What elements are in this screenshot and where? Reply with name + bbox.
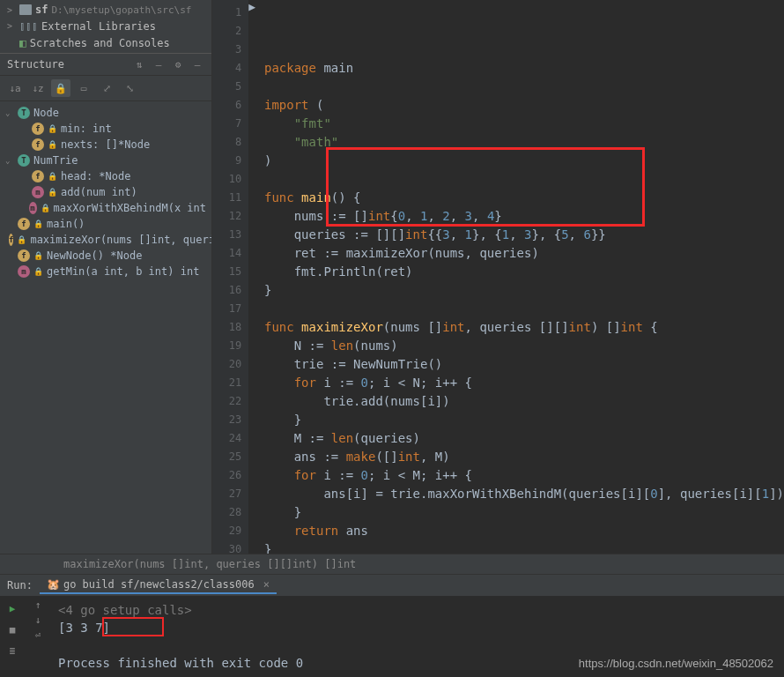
code-line[interactable]: fmt.Println(ret)	[264, 263, 784, 281]
watermark: https://blog.csdn.net/weixin_48502062	[579, 657, 773, 670]
code-line[interactable]: trie := NewNumTrie()	[264, 355, 784, 374]
hide-icon[interactable]: —	[190, 57, 204, 71]
down-icon[interactable]: ↓	[30, 614, 46, 626]
external-libs-label: External Libraries	[41, 20, 156, 33]
structure-title: Structure	[7, 58, 64, 71]
structure-item[interactable]: ⌄TNode	[0, 105, 211, 121]
code-line[interactable]: for i := 0; i < N; i++ {	[264, 374, 784, 392]
sort-alpha-icon[interactable]: ↓a	[5, 79, 25, 97]
rerun-icon[interactable]: ▶	[4, 599, 21, 617]
run-toolbar: ▶ ■ ≣	[0, 596, 26, 677]
code-line[interactable]: return ans	[264, 522, 784, 540]
project-root-path: D:\mysetup\gopath\src\sf	[51, 4, 191, 16]
structure-item[interactable]: m🔒getMin(a int, b int) int	[0, 264, 211, 279]
library-icon: ⫿⫿⫿	[19, 19, 38, 33]
collapse-icon[interactable]: —	[152, 57, 166, 71]
run-tab[interactable]: 🐹 go build sf/newclass2/class006 ×	[40, 577, 277, 594]
show-fields-icon[interactable]: 🔒	[51, 79, 70, 97]
code-line[interactable]: func maximizeXor(nums []int, queries [][…	[264, 318, 784, 337]
structure-panel: Structure ⇅ — ⚙ — ↓a ↓z 🔒 ▭ ⤢ ⤡ ⌄TNodef🔒…	[0, 53, 211, 554]
up-icon[interactable]: ↑	[30, 599, 46, 611]
external-libraries[interactable]: > ⫿⫿⫿ External Libraries	[0, 18, 211, 34]
code-line[interactable]	[264, 78, 784, 96]
sort-visibility-icon[interactable]: ↓z	[28, 79, 48, 97]
code-line[interactable]: func main() {	[264, 189, 784, 207]
structure-item[interactable]: f🔒maximizeXor(nums []int, querie	[0, 232, 211, 248]
structure-item[interactable]: ⌄TNumTrie	[0, 153, 211, 168]
chevron-right-icon[interactable]: >	[7, 21, 16, 31]
gear-icon[interactable]: ⚙	[171, 57, 185, 71]
scratches-icon: ◧	[19, 36, 26, 49]
autoscroll-icon[interactable]: ⤢	[97, 79, 116, 97]
scratches[interactable]: ◧ Scratches and Consoles	[0, 34, 211, 51]
gutter: 1234567891011121314151617181920212223242…	[212, 0, 248, 554]
structure-item[interactable]: f🔒main()	[0, 216, 211, 232]
run-label: Run:	[7, 579, 33, 591]
code-line[interactable]: M := len(queries)	[264, 429, 784, 448]
run-gutter-icon[interactable]: ▶	[248, 0, 255, 554]
structure-toolbar: ↓a ↓z 🔒 ▭ ⤢ ⤡	[0, 76, 211, 101]
go-icon: 🐹	[47, 578, 60, 591]
code-line[interactable]	[264, 300, 784, 318]
expand-icon[interactable]: ⇅	[132, 57, 146, 71]
code-line[interactable]: ret := maximizeXor(nums, queries)	[264, 244, 784, 263]
project-root-name: sf	[35, 4, 48, 16]
output-line	[58, 636, 775, 654]
close-icon[interactable]: ×	[263, 578, 270, 591]
code-line[interactable]: package main	[264, 59, 784, 78]
output-line: [3 3 7]	[58, 619, 775, 636]
structure-item[interactable]: m🔒maxXorWithXBehindM(x int	[0, 200, 211, 216]
structure-item[interactable]: f🔒head: *Node	[0, 168, 211, 184]
code-line[interactable]: ans := make([]int, M)	[264, 448, 784, 466]
code-area[interactable]: package mainimport ( "fmt" "math")func m…	[255, 0, 784, 554]
code-line[interactable]: }	[264, 411, 784, 429]
autoscroll-from-icon[interactable]: ⤡	[120, 79, 139, 97]
code-line[interactable]: ans[i] = trie.maxXorWithXBehindM(queries…	[264, 485, 784, 503]
code-line[interactable]: nums := []int{0, 1, 2, 3, 4}	[264, 207, 784, 226]
code-line[interactable]: trie.add(nums[i])	[264, 392, 784, 411]
project-tree: > sf D:\mysetup\gopath\src\sf > ⫿⫿⫿ Exte…	[0, 0, 211, 53]
output-line: <4 go setup calls>	[58, 601, 775, 619]
structure-item[interactable]: f🔒NewNode() *Node	[0, 248, 211, 264]
folder-icon[interactable]: ▭	[74, 79, 93, 97]
code-line[interactable]: )	[264, 152, 784, 170]
run-tab-title: go build sf/newclass2/class006	[63, 578, 255, 591]
chevron-right-icon[interactable]: >	[7, 5, 16, 15]
code-line[interactable]: import (	[264, 96, 784, 115]
code-line[interactable]: "fmt"	[264, 115, 784, 133]
structure-item[interactable]: f🔒nexts: []*Node	[0, 137, 211, 153]
code-editor[interactable]: 1234567891011121314151617181920212223242…	[212, 0, 784, 554]
code-line[interactable]: }	[264, 540, 784, 554]
structure-item[interactable]: m🔒add(num int)	[0, 184, 211, 200]
code-line[interactable]	[264, 170, 784, 189]
stop-icon[interactable]: ■	[4, 621, 21, 638]
code-line[interactable]: "math"	[264, 133, 784, 152]
scratches-label: Scratches and Consoles	[30, 37, 170, 49]
code-line[interactable]: N := len(nums)	[264, 337, 784, 355]
code-line[interactable]: }	[264, 503, 784, 522]
project-root[interactable]: > sf D:\mysetup\gopath\src\sf	[0, 2, 211, 18]
structure-item[interactable]: f🔒min: int	[0, 121, 211, 137]
code-line[interactable]: }	[264, 281, 784, 300]
softwrap-icon[interactable]: ⏎	[30, 629, 46, 641]
left-panel: > sf D:\mysetup\gopath\src\sf > ⫿⫿⫿ Exte…	[0, 0, 212, 554]
folder-icon	[19, 4, 32, 15]
code-line[interactable]: queries := [][]int{{3, 1}, {1, 3}, {5, 6…	[264, 226, 784, 244]
breadcrumb[interactable]: maximizeXor(nums []int, queries [][]int)…	[0, 554, 784, 574]
structure-tree: ⌄TNodef🔒min: intf🔒nexts: []*Node⌄TNumTri…	[0, 101, 211, 283]
layout-icon[interactable]: ≣	[4, 642, 21, 659]
code-line[interactable]: for i := 0; i < M; i++ {	[264, 466, 784, 485]
